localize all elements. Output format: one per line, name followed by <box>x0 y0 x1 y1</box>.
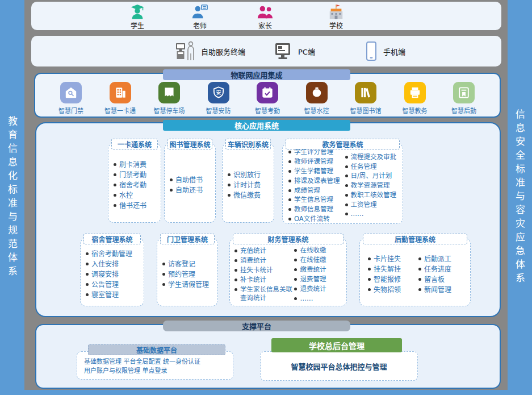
iot-section-header: 物联网应用集成 <box>163 69 350 80</box>
list-item: 识别放行 <box>228 171 272 180</box>
list-item-label: 教职工绩效管理 <box>351 191 397 199</box>
bullet-dot <box>368 268 371 271</box>
finance-col2: 在线收缴在线催缴缴费统计退费管理退费统计…… <box>294 246 345 302</box>
system-dormitory: 宿舍管理系统 宿舍考勤管理入住安排调寝安排公告管理寝室管理 <box>80 238 144 306</box>
list-item-label: 调寝安排 <box>91 270 119 279</box>
support-section-header: 支撑平台 <box>163 321 350 331</box>
list-item-label: 工资管理 <box>351 201 377 209</box>
list-item: 预约管理 <box>162 270 216 279</box>
list-item-label: 微信缴费 <box>233 191 261 200</box>
security-shield-icon: 安 <box>208 82 229 103</box>
endpoint-pc-label: PC端 <box>298 46 315 57</box>
iot-water-control: 智慧水控 <box>296 82 338 115</box>
bullet-dot <box>234 259 237 262</box>
bullet-dot <box>288 198 291 201</box>
list-item: 水控 <box>114 191 159 200</box>
bullet-dot <box>294 288 297 290</box>
bullet-dot <box>234 278 237 281</box>
bullet-dot <box>418 278 421 281</box>
list-item: 门禁考勤 <box>114 171 159 180</box>
system-logistics-columns: 卡片挂失挂失解挂智能报修失物招领 后勤派工任务进度留言板新闻管理 <box>368 246 469 302</box>
bullet-dot <box>170 189 173 192</box>
list-item: 学生家长信息关联查询统计 <box>234 285 293 302</box>
bullet-dot <box>294 278 297 281</box>
iot-library: 智慧图书馆 <box>345 82 387 115</box>
list-item: 自助还书 <box>170 186 213 195</box>
right-standards-bar: 信息安全标准与容灾应急体系 <box>508 0 532 395</box>
iot-security: 安 智慧安防 <box>198 82 240 115</box>
iot-academic-label: 智慧教务 <box>403 106 428 115</box>
list-item: 学生学籍管理 <box>288 167 344 176</box>
role-parents-label: 家长 <box>258 20 272 30</box>
bullet-dot <box>86 293 89 296</box>
attendance-calendar-icon <box>257 82 278 103</box>
list-item-label: 缴费统计 <box>300 265 326 274</box>
list-item: 任务管理 <box>345 163 401 171</box>
list-item-label: 借书还书 <box>119 201 146 210</box>
list-item-label: 寝室管理 <box>91 290 119 300</box>
list-item-label: 任务管理 <box>351 163 377 171</box>
list-item: 后勤派工 <box>418 255 468 264</box>
list-item-label: 挂失卡统计 <box>240 266 273 275</box>
list-item-label: 智能报修 <box>374 275 401 284</box>
list-item-label: 排课及课表管理 <box>294 177 340 185</box>
list-item-label: 学生请假管理 <box>168 280 209 289</box>
list-item: 退费统计 <box>294 285 344 293</box>
role-parents: 家长 <box>244 3 287 30</box>
list-item: 宿舍考勤管理 <box>86 250 142 259</box>
base-platform-line2: 用户账户与权限管理 单点登录 <box>84 367 233 376</box>
bullet-dot <box>114 173 116 176</box>
school-admin-title: 学校总后台管理 <box>271 338 402 352</box>
bullet-dot <box>294 259 297 261</box>
bullet-dot <box>234 288 237 291</box>
bullet-dot <box>228 194 231 197</box>
bullet-dot <box>114 194 116 197</box>
list-item-label: 学生家长信息关联查询统计 <box>240 285 293 302</box>
system-logistics-title: 后勤管理系统 <box>363 234 467 244</box>
svg-text:安: 安 <box>216 89 221 95</box>
list-item: 宿舍考勤 <box>114 181 159 190</box>
list-item: 新闻管理 <box>418 285 468 294</box>
bullet-dot <box>345 156 348 159</box>
bullet-dot <box>86 252 89 255</box>
list-item: 入住安排 <box>86 260 142 269</box>
system-finance-columns: 充值统计消费统计挂失卡统计补卡统计学生家长信息关联查询统计 在线收缴在线催缴缴费… <box>234 246 345 302</box>
bullet-dot <box>162 273 165 276</box>
system-onecard: 一卡通系统 刷卡消费门禁考勤宿舍考勤水控借书还书 <box>108 143 161 223</box>
bullet-dot <box>345 203 348 206</box>
list-item: 失物招领 <box>368 285 417 294</box>
list-item: 借书还书 <box>114 201 159 210</box>
bullet-dot <box>288 160 291 163</box>
list-item-label: …… <box>300 294 313 303</box>
bullet-dot <box>86 283 89 286</box>
finance-col1: 充值统计消费统计挂失卡统计补卡统计学生家长信息关联查询统计 <box>234 246 294 302</box>
list-item-label: 在线收缴 <box>300 246 326 255</box>
list-item: 排课及课表管理 <box>288 177 344 185</box>
list-item: 寝室管理 <box>86 290 142 300</box>
list-item-label: 充值统计 <box>240 247 266 255</box>
list-item: 成绩管理 <box>288 186 344 195</box>
list-item: 学生请假管理 <box>162 280 216 289</box>
bullet-dot <box>294 297 297 300</box>
bullet-dot <box>228 173 231 176</box>
user-roles-panel: 学生 老师 家长 <box>31 2 501 30</box>
bullet-dot <box>294 268 297 271</box>
endpoint-mobile: 手机端 <box>365 36 405 66</box>
bullet-dot <box>234 269 237 272</box>
bullet-dot <box>418 257 421 260</box>
list-item: 教师信息管理 <box>288 205 344 214</box>
list-item-label: 访客登记 <box>168 260 195 269</box>
list-item-label: 公告管理 <box>91 280 119 289</box>
logistics-col2: 后勤派工任务进度留言板新闻管理 <box>418 246 469 302</box>
teacher-icon <box>191 3 208 20</box>
role-school-label: 学校 <box>329 20 343 30</box>
list-item-label: 失物招领 <box>374 285 401 294</box>
endpoint-pc: PC端 <box>273 36 315 66</box>
list-item: 智能报修 <box>368 275 417 284</box>
list-item: 工资管理 <box>345 201 401 209</box>
endpoint-mobile-label: 手机端 <box>383 46 405 57</box>
school-icon <box>328 3 345 20</box>
bullet-dot <box>288 189 291 192</box>
iot-parking: 智慧停车场 <box>148 82 190 115</box>
list-item: 卡片挂失 <box>368 255 417 264</box>
